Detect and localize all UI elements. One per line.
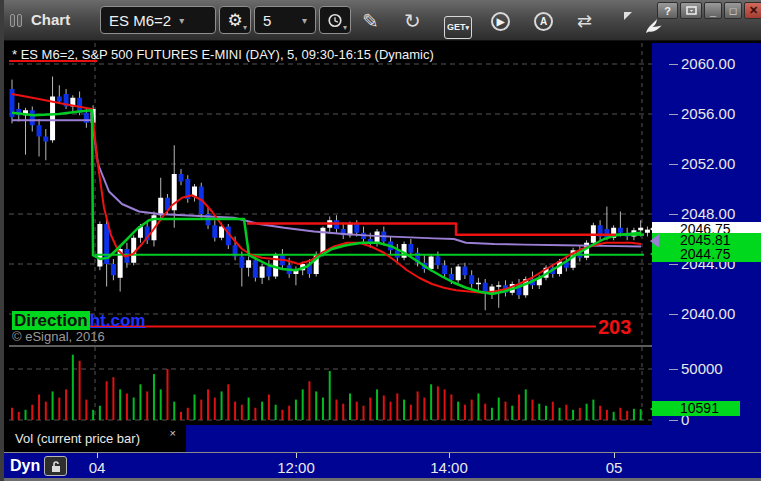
draw-pencil-icon[interactable]: ✎ (362, 12, 379, 30)
minimize-button[interactable]: _ (704, 2, 722, 19)
chevron-down-icon: ▾ (302, 15, 307, 26)
help-button[interactable]: ? (657, 2, 678, 19)
get-label: GET (447, 22, 466, 32)
close-icon[interactable]: × (170, 427, 176, 439)
close-glyph: ✕ (749, 4, 758, 17)
price-axis[interactable]: 2060.002056.002052.002048.002044.002040.… (652, 43, 761, 478)
auto-trade-icon[interactable]: A (534, 12, 553, 31)
chart-window-icon (10, 13, 28, 27)
title-underline (9, 60, 97, 62)
minimize-glyph: _ (710, 5, 716, 17)
time-tick-label: 14:00 (430, 459, 468, 476)
price-tick-label: 2056.00 (681, 105, 735, 122)
chevron-down-icon: ▾ (179, 15, 184, 26)
volume-tab-label: Vol (current price bar) (15, 431, 140, 446)
price-chart-svg[interactable]: 203 (9, 43, 652, 425)
popout-window-icon (686, 6, 697, 15)
time-tick-mark (296, 453, 297, 458)
get-data-icon[interactable]: GET▾ (444, 16, 472, 39)
volume-tick-label: 50000 (681, 360, 723, 377)
close-button[interactable]: ✕ (744, 2, 761, 19)
price-tick-mark (669, 264, 678, 265)
price-tick-label: 2060.00 (681, 55, 735, 72)
time-settings-button[interactable]: ▾ (319, 6, 351, 34)
tab-row-background (186, 425, 652, 452)
auto-glyph: A (540, 13, 547, 31)
price-tick-mark (669, 114, 678, 115)
transfer-icon[interactable]: ⇄ (577, 12, 592, 30)
chart-window: Chart ES M6=2 ▾ ⚙ ▾ 5 ▾ ▾ ✎ ↻ GET▾ ▶ A ⇄ (0, 0, 761, 481)
time-tick-mark (614, 453, 615, 458)
price-marker: 10591 (652, 401, 740, 416)
lock-toggle[interactable] (44, 456, 67, 476)
price-marker: 2044.75 (652, 247, 761, 262)
interval-value: 5 (263, 12, 271, 29)
lock-icon (50, 460, 62, 473)
price-tick-mark (669, 314, 678, 315)
toolbar: Chart ES M6=2 ▾ ⚙ ▾ 5 ▾ ▾ ✎ ↻ GET▾ ▶ A ⇄ (4, 0, 761, 41)
time-tick-mark (97, 453, 98, 458)
time-tick-mark (449, 453, 450, 458)
symbol-settings-button[interactable]: ⚙ ▾ (219, 6, 251, 34)
chevron-down-icon: ▾ (343, 23, 347, 32)
time-axis[interactable]: Dyn 0412:0014:0005 (4, 452, 761, 478)
time-tick-label: 05 (606, 459, 623, 476)
price-tick-label: 2040.00 (681, 305, 735, 322)
volume-tick-mark (669, 369, 678, 370)
popout-button[interactable] (680, 2, 702, 19)
price-tick-mark (669, 164, 678, 165)
interval-dropdown[interactable]: 5 ▾ (254, 6, 316, 34)
symbol-dropdown[interactable]: ES M6=2 ▾ (100, 6, 216, 34)
window-title: Chart (31, 11, 70, 28)
symbol-value: ES M6=2 (109, 12, 171, 29)
price-tick-label: 2052.00 (681, 155, 735, 172)
time-tick-label: 12:00 (277, 459, 315, 476)
play-replay-icon[interactable]: ▶ (491, 12, 510, 31)
maximize-button[interactable]: □ (724, 2, 742, 19)
red-level-label: 203 (598, 316, 631, 338)
help-label: ? (664, 5, 671, 17)
watermark: Directionht.com (12, 311, 145, 331)
volume-tick-mark (669, 420, 678, 421)
watermark-part1: Direction (12, 311, 90, 330)
price-tick-mark (669, 64, 678, 65)
refresh-icon[interactable]: ↻ (404, 12, 421, 30)
price-tick-mark (669, 214, 678, 215)
gear-icon: ⚙ (227, 10, 242, 31)
time-tick-label: 04 (89, 459, 106, 476)
twitter-bird-icon[interactable] (645, 17, 665, 35)
play-glyph: ▶ (497, 13, 505, 31)
dynamic-mode-label: Dyn (10, 457, 40, 475)
chevron-down-icon: ▾ (243, 23, 247, 32)
watermark-link[interactable]: ht.com (90, 311, 146, 330)
price-tick-label: 2048.00 (681, 205, 735, 222)
chevron-down-icon: ▾ (466, 24, 470, 31)
volume-study-tab[interactable]: Vol (current price bar) × (5, 425, 186, 452)
clock-icon (328, 12, 342, 29)
copyright-text: © eSignal, 2016 (12, 329, 105, 344)
maximize-glyph: □ (730, 5, 737, 17)
